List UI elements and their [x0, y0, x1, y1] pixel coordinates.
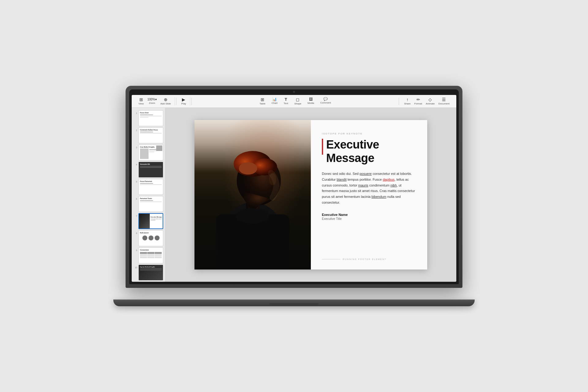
canvas-area[interactable]: ISOTOPE FOR KEYNOTE Executive Message	[165, 108, 456, 282]
slide-item-10[interactable]: 10 Egestas Eleifend Fringilla	[134, 265, 163, 281]
slide-7-photo	[139, 214, 150, 228]
share-label: Share	[404, 102, 410, 105]
slide-7-body: Lorem ipsum dolor sit amet consectetur	[151, 218, 162, 221]
add-slide-button[interactable]: ⊕ Add Slide	[159, 97, 172, 106]
slide-item-4[interactable]: 4 Venenatis Elit	[134, 162, 163, 178]
slide-number-7: 7	[134, 215, 137, 217]
slide-item-1[interactable]: 1 Fusce Amet	[134, 110, 163, 126]
slide-thumb-1[interactable]: Fusce Amet	[138, 110, 163, 126]
slide-item-3[interactable]: 3 Cras Mollis Fringilla	[134, 145, 163, 160]
play-icon: ▶	[182, 97, 185, 102]
main-area: 1 Fusce Amet	[132, 108, 456, 282]
text-icon: T	[285, 97, 287, 101]
slide-5-title: Fusce Parturient	[140, 180, 162, 182]
share-icon: ↑	[406, 97, 409, 102]
add-slide-icon: ⊕	[164, 97, 168, 102]
separator-3	[399, 98, 399, 105]
slide-thumb-8[interactable]: Nulla Ipsum	[138, 230, 163, 246]
format-icon: ✏	[417, 97, 420, 102]
camera	[293, 91, 295, 93]
shape-icon: ◻	[296, 97, 300, 102]
svg-point-6	[239, 162, 257, 175]
view-button[interactable]: ⊞ View	[137, 97, 145, 106]
toolbar-right-group: ↑ Share ✏ Format ◇ Animate ☰	[400, 97, 453, 106]
chart-icon: 📊	[272, 97, 277, 101]
thumb-8-icon1	[142, 236, 147, 240]
footer-line	[322, 259, 340, 259]
slide-number-4: 4	[134, 164, 137, 166]
laptop-lid: ⊞ View 100%▾ Zoom ⊕ Add Slide	[126, 86, 462, 288]
thumb-8-icon2	[149, 236, 153, 240]
zoom-button[interactable]: 100%▾ Zoom	[146, 97, 158, 105]
svg-rect-9	[237, 211, 268, 221]
separator-2	[191, 98, 192, 105]
slide-item-2[interactable]: 2 Commodo Nullam Purus	[134, 127, 163, 143]
animate-button[interactable]: ◇ Animate	[424, 97, 436, 106]
slide-number-5: 5	[134, 181, 137, 183]
media-button[interactable]: 🖼 Media	[306, 97, 315, 106]
zoom-icon: 100%▾	[147, 98, 157, 101]
slide-title-block: Executive Message	[322, 138, 416, 165]
slide-9-title: Consectetur	[140, 249, 162, 251]
separator-1	[176, 98, 176, 105]
slide-item-9[interactable]: 9 Consectetur	[134, 247, 163, 263]
slide-thumb-9[interactable]: Consectetur	[138, 247, 163, 263]
footer-text: RUNNING FOOTER ELEMENT	[343, 258, 386, 260]
animate-label: Animate	[426, 102, 435, 105]
slide-thumb-10[interactable]: Egestas Eleifend Fringilla	[138, 265, 163, 281]
text-button[interactable]: T Text	[282, 97, 289, 106]
table-label: Table	[260, 102, 266, 105]
screen-bezel: ⊞ View 100%▾ Zoom ⊕ Add Slide	[129, 89, 459, 284]
slide-content-area: ISOTOPE FOR KEYNOTE Executive Message	[311, 120, 427, 270]
share-button[interactable]: ↑ Share	[403, 97, 412, 106]
slide-10-title: Egestas Eleifend Fringilla	[140, 266, 162, 268]
author-name: Executive Name	[322, 213, 416, 217]
add-slide-label: Add Slide	[160, 102, 171, 105]
format-button[interactable]: ✏ Format	[413, 97, 423, 106]
view-icon: ⊞	[139, 97, 143, 102]
laptop-device: ⊞ View 100%▾ Zoom ⊕ Add Slide	[126, 86, 462, 306]
format-label: Format	[414, 102, 422, 105]
slide-7-title: Executive Message	[151, 216, 162, 218]
slide-item-7[interactable]: 7 Executive Message Lorem ipsum dolor si…	[134, 213, 163, 229]
shape-button[interactable]: ◻ Shape	[293, 97, 303, 106]
view-label: View	[138, 102, 144, 105]
document-label: Document	[439, 102, 450, 105]
table-icon: ⊞	[261, 97, 264, 102]
text-label: Text	[284, 102, 288, 105]
toolbar: ⊞ View 100%▾ Zoom ⊕ Add Slide	[132, 95, 456, 108]
slide-thumb-6[interactable]: Parturient Tortor	[138, 196, 163, 212]
play-button[interactable]: ▶ Play	[180, 97, 187, 106]
slide-thumb-4[interactable]: Venenatis Elit	[138, 162, 163, 178]
slide-thumb-5[interactable]: Fusce Parturient	[138, 179, 163, 195]
slide-number-6: 6	[134, 198, 137, 200]
slide-thumb-2[interactable]: Commodo Nullam Purus	[138, 127, 163, 143]
slide-number-9: 9	[134, 249, 137, 251]
screen: ⊞ View 100%▾ Zoom ⊕ Add Slide	[132, 95, 456, 282]
thumb-8-icon3	[155, 236, 160, 240]
slide-body-text: Donec sed odio dui. Sed posuere consecte…	[322, 171, 416, 205]
comment-button[interactable]: 💬 Comment	[319, 97, 332, 106]
slide-title: Executive Message	[326, 138, 379, 165]
media-icon: 🖼	[309, 97, 313, 101]
slide-6-title: Parturient Tortor	[140, 198, 162, 199]
slide-2-title: Commodo Nullam Purus	[140, 129, 162, 131]
slide-item-6[interactable]: 6 Parturient Tortor	[134, 196, 163, 212]
slide-number-2: 2	[134, 129, 137, 131]
shape-label: Shape	[294, 102, 301, 105]
person-svg	[194, 120, 311, 270]
slide-thumb-3[interactable]: Cras Mollis Fringilla	[138, 145, 163, 160]
slide-item-8[interactable]: 8 Nulla Ipsum	[134, 230, 163, 246]
table-button[interactable]: ⊞ Table	[258, 97, 267, 106]
author-title: Executive Title	[322, 217, 416, 221]
slide-thumb-7[interactable]: Executive Message Lorem ipsum dolor sit …	[138, 213, 163, 229]
chart-button[interactable]: 📊 Chart	[270, 97, 279, 106]
slide-item-5[interactable]: 5 Fusce Parturient	[134, 179, 163, 195]
media-label: Media	[307, 102, 314, 104]
active-slide-canvas[interactable]: ISOTOPE FOR KEYNOTE Executive Message	[194, 120, 427, 270]
slide-number-3: 3	[134, 146, 137, 149]
zoom-label: Zoom	[149, 102, 155, 104]
slide-panel[interactable]: 1 Fusce Amet	[132, 108, 165, 282]
slide-author-block: Executive Name Executive Title	[322, 213, 416, 221]
document-button[interactable]: ☰ Document	[437, 97, 451, 106]
